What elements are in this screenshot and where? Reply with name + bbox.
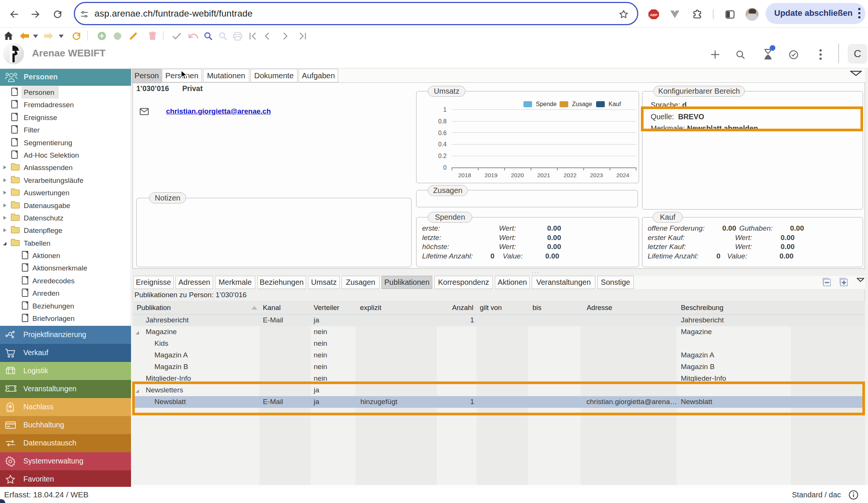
svg-text:ABP: ABP xyxy=(650,13,658,17)
